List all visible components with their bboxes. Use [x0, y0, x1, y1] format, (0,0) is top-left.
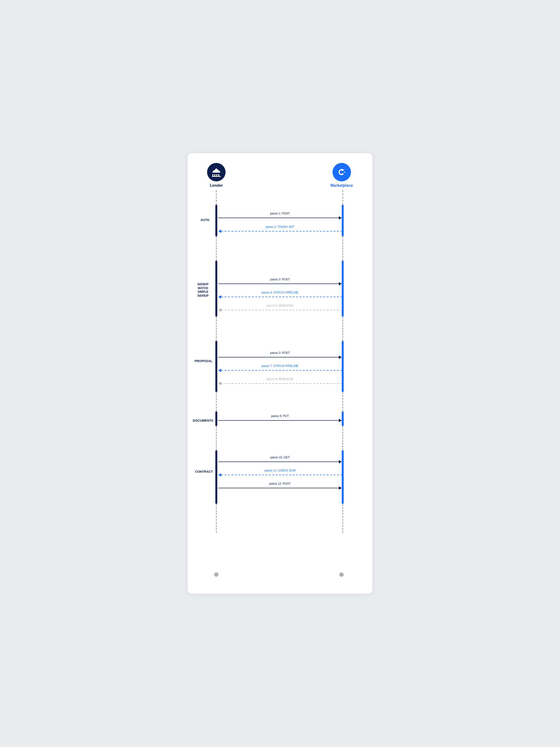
- arrow-5-head: [218, 308, 221, 312]
- section-proposal: PROPOSAL: [193, 359, 214, 363]
- arrow-1-head: [339, 216, 342, 220]
- ll-right-seg-4: [342, 392, 343, 411]
- ll-left-seg-5: [216, 426, 217, 450]
- ll-left-seg-2: [216, 236, 217, 261]
- arrow-12-label: passo 12: POST: [269, 482, 291, 485]
- svg-rect-1: [212, 174, 213, 176]
- arrow-2-head: [218, 230, 221, 233]
- ll-right-seg-5: [342, 426, 343, 450]
- arrow-1-line: [218, 217, 339, 218]
- arrow-2-line: [221, 231, 342, 232]
- ll-left-seg-4: [216, 392, 217, 411]
- arrow-6: passo 3: POST: [218, 356, 342, 359]
- arrow-4-head: [218, 295, 221, 299]
- lender-label: Lender: [210, 183, 223, 188]
- arrow-12: passo 12: POST: [218, 486, 342, 490]
- ll-left-seg-6: [216, 504, 217, 533]
- marketplace-label: Marketplace: [330, 183, 353, 188]
- arrow-6-head: [339, 356, 342, 359]
- arrow-8-label: passo 8: WEBHOOK: [266, 378, 293, 381]
- arrow-9: passo 9: PUT: [218, 419, 342, 422]
- end-circle-left: [214, 572, 218, 577]
- marketplace-icon: [332, 163, 351, 181]
- actor-marketplace: Marketplace: [330, 163, 353, 188]
- svg-point-8: [341, 172, 343, 173]
- ll-left-seg-1: [216, 190, 217, 205]
- ll-right-bar-signup: [342, 261, 344, 317]
- ll-right-bar-proposal: [342, 341, 344, 392]
- arrow-2: passo 2: TOKEN JWT: [218, 230, 342, 233]
- sequence-body: AUTH SIGNUP MATCH SIMPLE SIGNUP PROPOSAL…: [192, 190, 368, 579]
- section-documents: DOCUMENTS: [192, 419, 213, 423]
- arrow-7-label: passo 7: STATUS PIPELINE: [262, 364, 298, 368]
- arrow-3: passo 3: POST: [218, 282, 342, 285]
- arrow-9-label: passo 9: PUT: [271, 414, 289, 418]
- ll-left-bar-contract: [215, 450, 217, 504]
- lender-icon: [207, 163, 225, 181]
- arrow-1-label: passo 1: POST: [270, 212, 290, 215]
- arrow-9-line: [218, 420, 339, 421]
- arrow-2-label: passo 2: TOKEN JWT: [266, 225, 294, 229]
- section-contract: CONTRACT: [193, 470, 214, 474]
- arrow-3-line: [218, 284, 339, 284]
- arrow-1: passo 1: POST: [218, 216, 342, 220]
- svg-rect-4: [218, 174, 219, 176]
- ll-right-bar-contract: [342, 450, 344, 504]
- arrow-12-head: [339, 486, 342, 490]
- section-auth: AUTH: [194, 218, 215, 222]
- svg-rect-5: [212, 176, 221, 177]
- arrow-9-head: [339, 419, 342, 422]
- arrow-5-label: passo 5: WEBHOOK: [266, 304, 293, 307]
- arrow-5: passo 5: WEBHOOK: [218, 308, 342, 312]
- sequence-diagram: Lender Marketplace: [192, 163, 368, 579]
- arrow-11: passo 11: CHECK SUM: [218, 473, 342, 476]
- ll-right-seg-3: [342, 317, 343, 341]
- svg-marker-6: [212, 168, 220, 172]
- arrow-4-line: [221, 297, 342, 298]
- arrow-6-line: [218, 357, 339, 358]
- svg-rect-0: [212, 172, 220, 173]
- arrow-10-head: [339, 460, 342, 463]
- ll-right-seg-1: [342, 190, 343, 205]
- diagram-card: Lender Marketplace: [188, 153, 372, 594]
- arrow-7-head: [218, 369, 221, 372]
- ll-left-bar-proposal: [215, 341, 217, 392]
- section-signup: SIGNUP MATCH SIMPLE SIGNUP: [192, 283, 213, 298]
- arrow-10: passo 10: GET: [218, 460, 342, 463]
- arrow-10-line: [218, 462, 339, 462]
- arrow-11-line: [221, 475, 342, 475]
- arrow-12-line: [218, 488, 339, 489]
- arrow-10-label: passo 10: GET: [270, 456, 290, 459]
- ll-right-seg-6: [342, 504, 343, 533]
- end-circle-right: [339, 572, 344, 577]
- ll-right-bar-docs: [342, 411, 344, 426]
- arrow-8-line: [221, 383, 342, 384]
- actor-lender: Lender: [207, 163, 225, 188]
- arrow-4: passo 4: STATUS PIPELINE: [218, 295, 342, 299]
- arrow-7-line: [221, 370, 342, 371]
- arrow-11-label: passo 11: CHECK SUM: [264, 469, 295, 472]
- ll-right-seg-2: [342, 236, 343, 261]
- svg-rect-2: [214, 174, 215, 176]
- ll-left-bar-signup: [215, 261, 217, 317]
- header-row: Lender Marketplace: [192, 163, 368, 188]
- svg-rect-3: [216, 174, 217, 176]
- arrow-3-head: [339, 282, 342, 285]
- arrow-8-head: [218, 382, 221, 385]
- ll-left-bar-auth: [215, 205, 217, 236]
- arrow-5-line: [221, 310, 342, 310]
- arrow-7: passo 7: STATUS PIPELINE: [218, 369, 342, 372]
- arrow-3-label: passo 3: POST: [270, 278, 290, 281]
- arrow-8: passo 8: WEBHOOK: [218, 382, 342, 385]
- ll-left-seg-3: [216, 317, 217, 341]
- ll-left-bar-docs: [215, 411, 217, 426]
- arrow-4-label: passo 4: STATUS PIPELINE: [262, 291, 298, 294]
- ll-right-bar-auth: [342, 205, 344, 236]
- arrow-6-label: passo 3: POST: [270, 351, 290, 355]
- arrow-11-head: [218, 473, 221, 476]
